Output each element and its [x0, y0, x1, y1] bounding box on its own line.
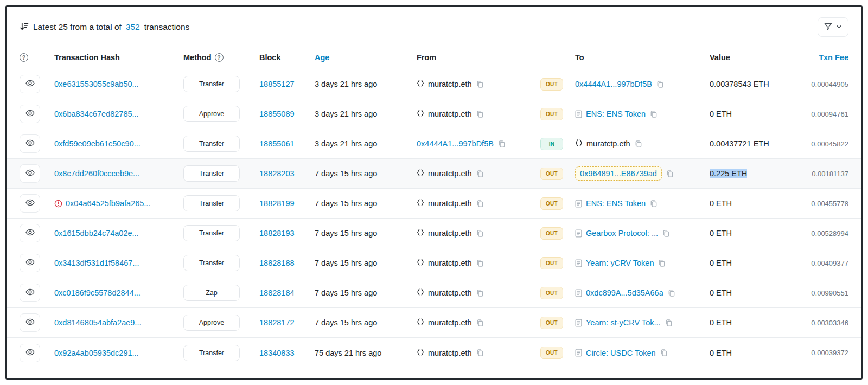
block-link[interactable]: 18855127 [259, 80, 295, 88]
to-address[interactable]: Gearbox Protocol: ... [586, 229, 658, 238]
column-transaction-hash: Transaction Hash [54, 53, 183, 62]
copy-icon[interactable] [656, 80, 664, 88]
method-badge[interactable]: Transfer [183, 195, 240, 211]
preview-button[interactable] [20, 105, 40, 123]
from-address[interactable]: muratctp.eth [428, 169, 472, 178]
from-address[interactable]: muratctp.eth [428, 199, 472, 208]
copy-icon[interactable] [476, 170, 484, 178]
direction-badge: OUT [540, 317, 563, 329]
preview-button[interactable] [20, 284, 40, 302]
copy-icon[interactable] [634, 140, 642, 148]
preview-button[interactable] [20, 134, 40, 153]
preview-button[interactable] [20, 194, 40, 213]
from-address[interactable]: muratctp.eth [428, 110, 472, 118]
preview-button[interactable] [20, 254, 40, 272]
from-address[interactable]: muratctp.eth [428, 288, 472, 297]
copy-icon[interactable] [476, 289, 484, 297]
copy-icon[interactable] [649, 200, 658, 208]
preview-button[interactable] [20, 313, 40, 332]
to-address[interactable]: 0xdc899A...5d35A66a [586, 288, 663, 297]
from-address[interactable]: 0x4444A1...997bDf5B [417, 139, 494, 148]
copy-icon[interactable] [476, 110, 484, 118]
from-address[interactable]: muratctp.eth [428, 229, 472, 238]
to-address[interactable]: ENS: ENS Token [586, 110, 646, 118]
to-address[interactable]: Yearn: yCRV Token [586, 259, 654, 267]
transaction-hash-link[interactable]: 0xd81468054abfa2ae9... [54, 318, 141, 327]
from-address[interactable]: muratctp.eth [428, 349, 472, 357]
method-badge[interactable]: Transfer [183, 345, 240, 361]
txn-fee-text: 0.00528994 [811, 229, 848, 238]
method-badge[interactable]: Transfer [183, 225, 240, 241]
value-cell: 0 ETH [710, 349, 792, 357]
to-address[interactable]: 0x964891...E86739ad [580, 169, 657, 178]
txn-fee-cell: 0.00094761 [792, 110, 848, 118]
preview-button[interactable] [20, 224, 40, 242]
method-badge[interactable]: Zap [183, 285, 240, 301]
transaction-hash-link[interactable]: 0x6ba834c67ed82785... [54, 110, 139, 118]
value-text: 0.225 ETH [710, 169, 747, 178]
copy-icon[interactable] [476, 349, 484, 357]
name-tag-icon [417, 79, 424, 89]
transaction-hash-link[interactable]: 0xe631553055c9ab50... [54, 80, 139, 88]
block-link[interactable]: 18828199 [259, 199, 295, 208]
copy-icon[interactable] [476, 200, 484, 208]
copy-icon[interactable] [667, 289, 675, 297]
to-address[interactable]: 0x4444A1...997bDf5B [575, 80, 652, 88]
copy-icon[interactable] [662, 229, 670, 238]
value-cell: 0 ETH [710, 110, 792, 118]
transaction-hash-link[interactable]: 0x3413df531d1f58467... [54, 259, 139, 267]
preview-button[interactable] [20, 75, 40, 93]
method-help-icon[interactable]: ? [215, 53, 224, 62]
method-badge[interactable]: Transfer [183, 255, 240, 271]
age-cell: 7 days 15 hrs ago [315, 259, 417, 267]
copy-icon[interactable] [476, 80, 484, 88]
method-badge[interactable]: Approve [183, 106, 240, 122]
method-badge[interactable]: Approve [183, 315, 240, 331]
copy-icon[interactable] [660, 349, 668, 357]
filter-button[interactable] [818, 17, 848, 37]
method-cell: Approve [183, 106, 259, 122]
to-address[interactable]: muratctp.eth [586, 139, 630, 148]
copy-icon[interactable] [666, 170, 674, 178]
eye-cell [20, 194, 54, 213]
block-link[interactable]: 18828188 [259, 259, 295, 267]
column-age[interactable]: Age [315, 53, 417, 62]
to-address[interactable]: Circle: USDC Token [586, 349, 656, 357]
copy-icon[interactable] [476, 319, 484, 327]
method-badge[interactable]: Transfer [183, 165, 240, 182]
preview-button[interactable] [20, 164, 40, 183]
block-link[interactable]: 18828193 [259, 229, 295, 238]
transaction-row: 0x8c7dd260f0ccceb9e... Transfer 18828203… [7, 159, 861, 189]
from-address[interactable]: muratctp.eth [428, 318, 472, 327]
block-link[interactable]: 18855089 [259, 110, 295, 118]
direction-cell: OUT [540, 197, 575, 210]
transaction-hash-link[interactable]: 0x92a4ab05935dc291... [54, 349, 139, 357]
from-address[interactable]: muratctp.eth [428, 80, 472, 88]
block-link[interactable]: 18828184 [259, 288, 295, 297]
to-cell: muratctp.eth [575, 139, 710, 149]
method-badge[interactable]: Transfer [183, 136, 240, 152]
column-txn-fee[interactable]: Txn Fee [792, 53, 848, 62]
preview-button[interactable] [20, 344, 40, 362]
copy-icon[interactable] [476, 229, 484, 238]
copy-icon[interactable] [649, 110, 658, 118]
to-address[interactable]: ENS: ENS Token [586, 199, 646, 208]
method-badge[interactable]: Transfer [183, 76, 240, 92]
copy-icon[interactable] [497, 140, 506, 148]
transaction-hash-link[interactable]: 0xfd59e09eb61c50c90... [54, 139, 141, 148]
copy-icon[interactable] [665, 319, 673, 327]
copy-icon[interactable] [658, 259, 666, 267]
copy-icon[interactable] [476, 259, 484, 267]
transaction-hash-link[interactable]: 0x8c7dd260f0ccceb9e... [54, 169, 139, 178]
question-circle-icon[interactable]: ? [20, 53, 28, 62]
block-link[interactable]: 18340833 [259, 349, 295, 357]
total-transactions-count[interactable]: 352 [126, 22, 140, 32]
transaction-hash-link[interactable]: 0x04a64525fb9afa265... [66, 199, 150, 208]
transaction-hash-link[interactable]: 0x1615dbb24c74a02e... [54, 229, 139, 238]
block-link[interactable]: 18855061 [259, 139, 295, 148]
from-address[interactable]: muratctp.eth [428, 259, 472, 267]
block-link[interactable]: 18828203 [259, 169, 295, 178]
to-address[interactable]: Yearn: st-yCRV Tok... [586, 318, 661, 327]
transaction-hash-link[interactable]: 0xc0186f9c5578d2844... [54, 288, 141, 297]
block-link[interactable]: 18828172 [259, 318, 295, 327]
